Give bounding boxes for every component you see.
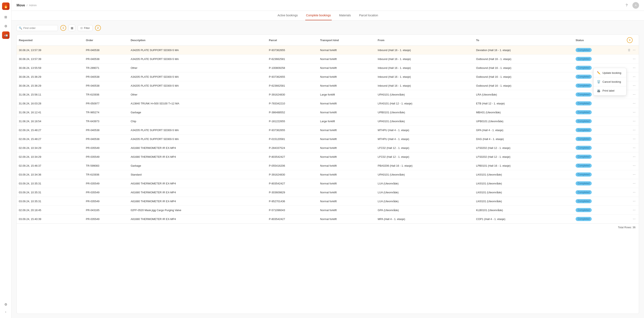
- table-row: 31.08.24, 15:56:11TR-615936OtherP-391624…: [17, 90, 639, 99]
- row-menu-button[interactable]: ···: [632, 217, 637, 221]
- tab-parcel-location[interactable]: Parcel location: [358, 11, 379, 20]
- cell-transport_kind: Normal forklift: [318, 46, 376, 55]
- filter-button[interactable]: ⊟ Filter: [78, 25, 92, 31]
- row-menu-button[interactable]: ···: [632, 57, 637, 61]
- row-menu-button[interactable]: ···: [632, 137, 637, 141]
- status-badge: Completed: [576, 217, 592, 221]
- breadcrumb-admin: Admin: [29, 4, 37, 7]
- row-menu-button[interactable]: ···: [632, 48, 637, 52]
- header-right: ? A: [623, 2, 639, 9]
- row-menu-button[interactable]: ···: [632, 208, 637, 212]
- cell-parcel: P-100809258: [267, 64, 318, 72]
- cell-status: Completed: [574, 55, 625, 64]
- row-menu-button[interactable]: ···: [632, 66, 637, 70]
- app-logo[interactable]: 🔥: [2, 3, 10, 10]
- sidebar-item-settings[interactable]: ⚙: [2, 22, 10, 30]
- cell-from: UPA0101 (Uteområde): [376, 170, 474, 179]
- row-menu-button[interactable]: ···: [632, 163, 637, 168]
- cell-actions: 🗑···: [625, 46, 639, 55]
- cell-requested: 30.08.24, 13:57:39: [17, 55, 84, 64]
- cell-description: Other: [128, 64, 267, 72]
- status-badge: Completed: [576, 92, 592, 97]
- table-body: 30.08.24, 13:57:39PR-040538A34205 PLATE …: [17, 46, 639, 223]
- print-icon: 🖨️: [597, 89, 600, 92]
- gear-icon: ⚙: [4, 302, 7, 306]
- status-badge: Completed: [576, 208, 592, 212]
- cell-parcel: P-284337524: [267, 144, 318, 152]
- table-row: 02.09.24, 10:34:29PR-035549A61680 THERMO…: [17, 144, 639, 152]
- table-row: 30.08.24, 13:55:59TR-289071OtherP-100809…: [17, 64, 639, 72]
- cell-transport_kind: Normal forklift: [318, 108, 376, 117]
- cell-parcel: P-803542427: [267, 152, 318, 161]
- cell-requested: 02.09.24, 20:18:45: [17, 206, 84, 215]
- cell-requested: 03.09.24, 10:35:31: [17, 179, 84, 188]
- app-header: Move / Admin ? A: [12, 0, 644, 11]
- cell-description: A61680 THERMOMETER IR EX-MP4: [128, 152, 267, 161]
- row-menu-button[interactable]: ···: [632, 75, 637, 79]
- sidebar-item-forklift[interactable]: 🚛: [2, 32, 10, 39]
- row-menu-button[interactable]: ···: [632, 154, 637, 159]
- tab-complete-bookings[interactable]: Complete bookings: [305, 11, 332, 20]
- cell-transport_kind: Large forklift: [318, 90, 376, 99]
- cell-status: Completed: [574, 135, 625, 144]
- cell-actions: ···: [625, 135, 639, 144]
- row-delete-button[interactable]: 🗑: [627, 48, 632, 52]
- cell-actions: ···: [625, 99, 639, 108]
- table-row: 03.09.24, 15:40:39PR-035549A61680 THERMO…: [17, 215, 639, 223]
- status-badge: Completed: [576, 128, 592, 132]
- table-row: 31.08.24, 16:18:54TR-643973ChipP-1812226…: [17, 117, 639, 126]
- cell-from: PBA0206 (Hall 16 - 1. etasje): [376, 161, 474, 170]
- cell-to: LKI0101 (Uteområde): [474, 179, 573, 188]
- avatar[interactable]: A: [632, 2, 639, 9]
- context-menu-sep-1: [594, 77, 626, 77]
- cell-description: A61680 THERMOMETER IR EX-MP4: [128, 197, 267, 206]
- cell-description: A34205 PLATE SUPPORT SD300-5 MA: [128, 81, 267, 90]
- row-menu-button[interactable]: ···: [632, 190, 637, 195]
- context-menu-cancel[interactable]: 🗑️ Cancel booking: [594, 78, 626, 85]
- col-parcel: Parcel: [267, 35, 318, 46]
- cell-parcel: P-623662581: [267, 55, 318, 64]
- toolbar: 🔍 1 ▦ ⊟ Filter 2: [16, 25, 639, 31]
- cell-parcel: P-803542427: [267, 179, 318, 188]
- bookings-table-container: Requested Order Description Parcel Trans…: [16, 35, 639, 314]
- cell-transport_kind: Normal forklift: [318, 135, 376, 144]
- search-input[interactable]: [23, 27, 56, 30]
- cell-requested: 31.08.24, 16:12:41: [17, 108, 84, 117]
- context-menu-print[interactable]: 🖨️ Print label: [594, 87, 626, 94]
- cell-from: Inbound (Hall 16 - 1. etasje): [376, 55, 474, 64]
- sidebar-item-gear[interactable]: ⚙: [2, 301, 10, 308]
- help-button[interactable]: ?: [623, 2, 630, 9]
- help-icon: ?: [626, 4, 628, 7]
- qr-button[interactable]: ▦: [68, 25, 75, 31]
- context-menu-update[interactable]: ✏️ Update booking: [594, 69, 626, 76]
- row-menu-button[interactable]: ···: [632, 146, 637, 150]
- row-menu-button[interactable]: ···: [632, 172, 637, 177]
- tab-materials[interactable]: Materials: [338, 11, 352, 20]
- cell-order: TR-599083: [84, 161, 129, 170]
- row-menu-button[interactable]: ···: [632, 199, 637, 203]
- cell-from: MTHPU (Hall 4 - 1. etasje): [376, 126, 474, 135]
- tab-active-bookings[interactable]: Active bookings: [277, 11, 299, 20]
- forklift-icon: 🚛: [4, 33, 8, 37]
- row-menu-button[interactable]: ···: [632, 119, 637, 123]
- row-menu-button[interactable]: ···: [632, 181, 637, 186]
- status-badge: Completed: [576, 146, 592, 150]
- status-badge: Completed: [576, 48, 592, 52]
- cell-requested: 03.09.24, 10:34:36: [17, 170, 84, 179]
- cell-to: KLB0101 (Uteområde): [474, 206, 573, 215]
- row-menu-button[interactable]: ···: [632, 110, 637, 115]
- cell-from: LRA0101 (Hall 12 - 1. etasje): [376, 99, 474, 108]
- row-menu-button[interactable]: ···: [632, 128, 637, 132]
- row-menu-button[interactable]: ···: [632, 101, 637, 106]
- cell-description: A13840 TRUNK H=500 SD100 T=12 MA: [128, 99, 267, 108]
- cell-requested: 03.09.24, 10:35:31: [17, 197, 84, 206]
- sidebar-item-apps[interactable]: ⊞: [2, 13, 10, 21]
- cell-description: Chip: [128, 117, 267, 126]
- sidebar-collapse-btn[interactable]: ›: [2, 308, 10, 315]
- col-transport-kind: Transport kind: [318, 35, 376, 46]
- cell-order: PR-040538: [84, 72, 129, 81]
- row-menu-button[interactable]: ···: [632, 83, 637, 88]
- cell-requested: 30.08.24, 15:36:29: [17, 81, 84, 90]
- cell-parcel: P-803542427: [267, 215, 318, 223]
- row-menu-button[interactable]: ···: [632, 92, 637, 97]
